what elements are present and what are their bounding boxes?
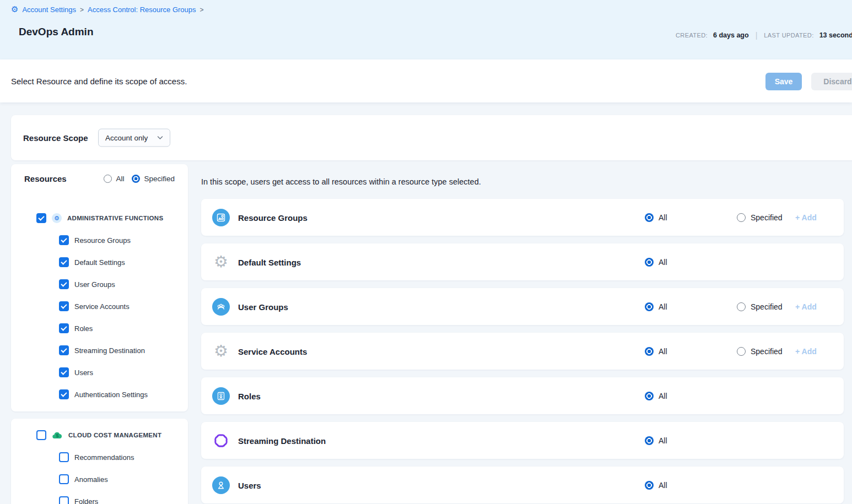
settings-gear-icon: ⚙: [212, 343, 230, 360]
breadcrumb-access-control[interactable]: Access Control: Resource Groups: [88, 6, 196, 14]
add-button[interactable]: + Add: [795, 302, 817, 311]
folders-checkbox[interactable]: [59, 496, 69, 504]
breadcrumb-account-settings[interactable]: Account Settings: [22, 6, 76, 14]
resource-scope-card: Resource Scope Account only: [11, 115, 852, 160]
resource-row-users: Users All: [201, 467, 844, 503]
group-admin-functions: ⚙ ADMINISTRATIVE FUNCTIONS: [36, 213, 163, 223]
all-radio[interactable]: [645, 392, 654, 400]
discard-button[interactable]: Discard: [811, 73, 852, 90]
created-value: 6 days ago: [713, 31, 749, 39]
all-radio[interactable]: [645, 347, 654, 356]
all-radio[interactable]: [645, 258, 654, 267]
resources-all-label: All: [116, 175, 124, 183]
resource-row-streaming-destination: Streaming Destination All: [201, 422, 844, 459]
app-header: ⚙ Account Settings > Access Control: Res…: [0, 0, 852, 59]
list-item: Authentication Settings: [59, 389, 148, 399]
add-button[interactable]: + Add: [795, 347, 817, 356]
add-button[interactable]: + Add: [795, 213, 817, 222]
breadcrumb: ⚙ Account Settings > Access Control: Res…: [11, 6, 204, 14]
cloud-cost-checkbox[interactable]: [36, 430, 46, 440]
all-radio[interactable]: [645, 302, 654, 311]
users-icon: [212, 476, 230, 494]
action-toolbar: Select Resource and define its scope of …: [0, 59, 852, 102]
breadcrumb-separator: >: [200, 6, 204, 14]
list-item: User Groups: [59, 279, 115, 289]
streaming-destination-icon: [212, 432, 230, 449]
service-accounts-checkbox[interactable]: [59, 301, 69, 311]
group-cloud-cost: $ CLOUD COST MANAGEMENT: [36, 430, 161, 440]
users-checkbox[interactable]: [59, 367, 69, 377]
list-item: Users: [59, 367, 93, 377]
last-updated-label: LAST UPDATED:: [764, 32, 813, 39]
group-label: CLOUD COST MANAGEMENT: [68, 432, 161, 438]
recommendations-checkbox[interactable]: [59, 452, 69, 462]
toolbar-instruction: Select Resource and define its scope of …: [11, 77, 187, 86]
all-radio[interactable]: [645, 436, 654, 445]
resource-row-service-accounts: ⚙ Service Accounts All Specified + Add: [201, 333, 844, 370]
roles-checkbox[interactable]: [59, 323, 69, 333]
user-groups-icon: [212, 298, 230, 316]
created-label: CREATED:: [676, 32, 708, 39]
admin-functions-gear-icon: ⚙: [52, 213, 62, 223]
streaming-destination-checkbox[interactable]: [59, 345, 69, 355]
resource-groups-checkbox[interactable]: [59, 235, 69, 245]
chevron-down-icon: [157, 136, 163, 140]
cloud-dollar-icon: $: [52, 431, 63, 440]
default-settings-checkbox[interactable]: [59, 257, 69, 267]
meta-info: CREATED: 6 days ago | LAST UPDATED: 13 s…: [676, 31, 852, 40]
meta-divider: |: [754, 31, 759, 40]
specified-radio[interactable]: [737, 213, 746, 222]
user-groups-checkbox[interactable]: [59, 279, 69, 289]
breadcrumb-separator: >: [80, 6, 84, 14]
resources-specified-radio[interactable]: [132, 175, 140, 183]
last-updated-value: 13 seconds ago: [819, 31, 852, 39]
resource-scope-value: Account only: [105, 134, 148, 142]
settings-gear-icon: ⚙: [212, 253, 230, 271]
list-item: Roles: [59, 323, 93, 333]
roles-icon: [212, 387, 230, 405]
resource-row-roles: Roles All: [201, 377, 844, 414]
list-item: Folders: [59, 496, 98, 504]
list-item: Service Accounts: [59, 301, 130, 311]
all-radio[interactable]: [645, 481, 654, 490]
specified-radio[interactable]: [737, 302, 746, 311]
resource-row-default-settings: ⚙ Default Settings All: [201, 243, 844, 280]
all-radio[interactable]: [645, 213, 654, 222]
resource-row-user-groups: User Groups All Specified + Add: [201, 288, 844, 325]
resources-panel: Resources All Specified ⚙ ADMINISTRATIVE…: [11, 164, 188, 411]
list-item: Resource Groups: [59, 235, 131, 245]
specified-radio[interactable]: [737, 347, 746, 356]
list-item: Recommendations: [59, 452, 134, 462]
group-label: ADMINISTRATIVE FUNCTIONS: [67, 215, 163, 221]
resources-specified-label: Specified: [144, 175, 175, 183]
anomalies-checkbox[interactable]: [59, 474, 69, 484]
save-button[interactable]: Save: [765, 73, 802, 90]
cloud-cost-panel: $ CLOUD COST MANAGEMENT Recommendations …: [11, 419, 188, 504]
scope-info-text: In this scope, users get access to all r…: [201, 177, 481, 186]
list-item: Streaming Destination: [59, 345, 145, 355]
gear-icon: ⚙: [11, 6, 18, 14]
svg-text:$: $: [56, 433, 58, 438]
resource-scope-label: Resource Scope: [23, 133, 88, 143]
list-item: Default Settings: [59, 257, 125, 267]
resources-all-radio[interactable]: [104, 175, 112, 183]
resource-row-resource-groups: Resource Groups All Specified + Add: [201, 199, 844, 236]
resource-scope-dropdown[interactable]: Account only: [98, 129, 170, 147]
page-title: DevOps Admin: [19, 26, 94, 38]
authentication-settings-checkbox[interactable]: [59, 389, 69, 399]
list-item: Anomalies: [59, 474, 108, 484]
admin-functions-checkbox[interactable]: [36, 213, 46, 223]
resource-groups-icon: [212, 209, 230, 226]
resources-title: Resources: [24, 174, 67, 183]
